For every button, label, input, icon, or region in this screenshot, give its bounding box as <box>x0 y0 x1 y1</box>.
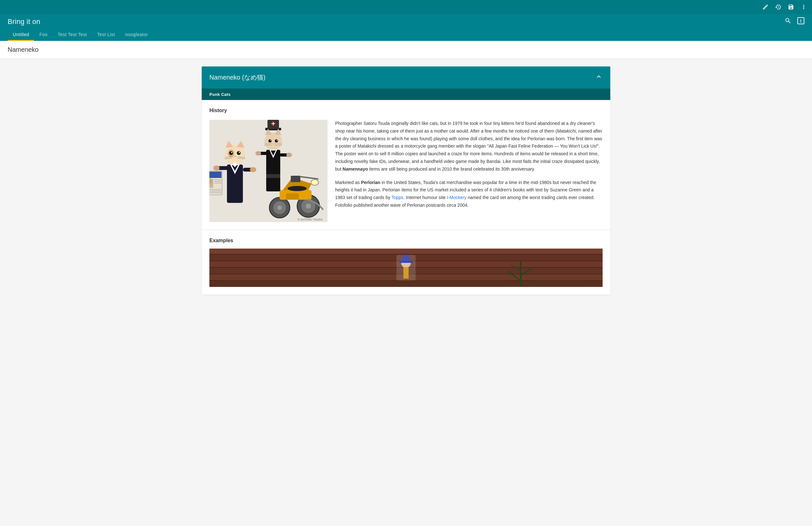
app-title: Bring it on <box>8 17 40 26</box>
tab-test-test-test[interactable]: Test Test Test <box>53 29 92 41</box>
svg-point-19 <box>213 166 220 171</box>
svg-point-20 <box>250 167 256 172</box>
svg-point-56 <box>269 139 272 142</box>
edit-icon[interactable] <box>762 4 769 10</box>
svg-point-59 <box>277 140 278 141</box>
svg-point-72 <box>286 153 292 157</box>
history-image: © SATORU TSUDA <box>209 120 328 222</box>
svg-point-11 <box>288 186 307 191</box>
svg-point-40 <box>231 152 232 153</box>
page-title: Nameneko <box>8 46 804 53</box>
svg-point-38 <box>229 151 233 155</box>
svg-point-71 <box>255 151 261 156</box>
svg-point-13 <box>311 180 319 185</box>
svg-point-57 <box>275 139 278 142</box>
top-toolbar <box>0 0 812 14</box>
examples-title: Examples <box>209 238 603 243</box>
history-paragraph-2: Marketed as Perlorian in the United Stat… <box>335 179 603 209</box>
header-actions: ! <box>785 17 804 26</box>
save-icon[interactable] <box>788 4 794 10</box>
history-section: History <box>202 100 610 230</box>
alert-icon[interactable]: ! <box>797 17 804 24</box>
svg-rect-9 <box>291 176 300 182</box>
history-text-col: Photographer Satoru Tsuda originally did… <box>335 120 603 222</box>
imockery-link[interactable]: I-Mockery <box>447 195 466 200</box>
search-icon[interactable] <box>785 17 792 26</box>
article-card: Nameneko (なめ猫) Punk Cats History <box>202 67 610 295</box>
section-label: Punk Cats <box>202 88 610 100</box>
svg-point-53 <box>264 133 282 150</box>
examples-section: Examples <box>202 230 610 295</box>
svg-rect-76 <box>209 255 603 261</box>
tab-noogleator[interactable]: noogleator <box>120 29 153 41</box>
article-header-title: Nameneko (なめ猫) <box>209 73 265 82</box>
svg-rect-91 <box>404 267 408 279</box>
svg-rect-78 <box>209 268 603 274</box>
topps-link[interactable]: Topps <box>391 195 403 200</box>
svg-rect-79 <box>209 275 603 280</box>
tab-test-list[interactable]: Test List <box>92 29 120 41</box>
svg-point-32 <box>225 145 245 165</box>
svg-rect-80 <box>209 281 603 287</box>
history-body: © SATORU TSUDA Photographer Satoru Tsuda… <box>209 120 603 222</box>
svg-rect-68 <box>266 174 280 178</box>
history-paragraph-1: Photographer Satoru Tsuda originally did… <box>335 120 603 173</box>
svg-point-90 <box>401 258 411 268</box>
svg-point-58 <box>270 140 271 141</box>
svg-point-6 <box>277 206 282 210</box>
tabs-row: Untitled Foo Test Test Test Test List no… <box>8 29 804 41</box>
examples-image <box>209 249 603 287</box>
perlorian-bold: Perlorian <box>361 180 380 185</box>
svg-rect-22 <box>209 171 221 178</box>
history-icon[interactable] <box>775 4 781 10</box>
main-content: Nameneko (なめ猫) Punk Cats History <box>0 59 812 526</box>
svg-rect-77 <box>209 261 603 267</box>
svg-text:© SATORU TSUDA: © SATORU TSUDA <box>298 218 323 221</box>
article-header[interactable]: Nameneko (なめ猫) <box>202 67 610 88</box>
section-label-text: Punk Cats <box>209 92 230 97</box>
page-title-bar: Nameneko <box>0 41 812 59</box>
svg-rect-93 <box>399 261 412 263</box>
app-header: Bring it on ! Untitled Foo Test Test Tes… <box>0 14 812 41</box>
namennayo-bold: Namennayo <box>343 166 368 171</box>
svg-point-41 <box>239 152 240 153</box>
tab-untitled[interactable]: Untitled <box>8 29 34 41</box>
more-icon[interactable] <box>800 4 807 10</box>
history-title: History <box>209 108 603 113</box>
svg-rect-12 <box>286 193 299 200</box>
chevron-up-icon <box>595 73 603 82</box>
history-image-col: © SATORU TSUDA <box>209 120 328 222</box>
matakichi-italic: Matakichi <box>557 128 576 134</box>
svg-point-3 <box>306 204 311 209</box>
svg-point-39 <box>237 151 241 155</box>
tab-foo[interactable]: Foo <box>34 29 53 41</box>
